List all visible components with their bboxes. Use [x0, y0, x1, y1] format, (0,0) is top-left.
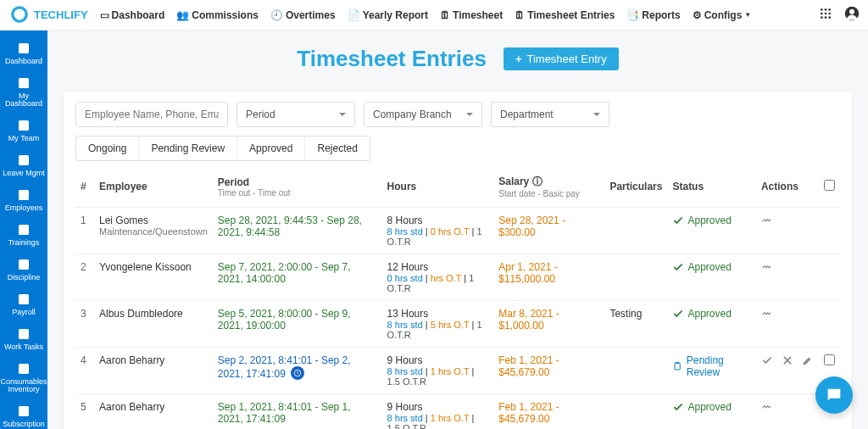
- approve-action[interactable]: [761, 354, 773, 369]
- particulars-cell: [604, 348, 667, 394]
- search-input[interactable]: [75, 102, 228, 127]
- actions-cell: [756, 394, 819, 430]
- svg-rect-20: [19, 364, 29, 374]
- employee-cell: Lei GomesMaintenance/Queenstown: [94, 208, 213, 254]
- row-index: 5: [75, 394, 94, 430]
- salary-cell: Feb 1, 2021 - $45,679.00: [493, 394, 604, 430]
- salary-cell: Mar 8, 2021 - $1,000.00: [493, 301, 604, 348]
- actions-cell: [756, 208, 819, 254]
- sidebar-icon: [16, 222, 31, 237]
- sidebar-item-trainings[interactable]: Trainings: [0, 217, 47, 252]
- sidebar-icon: [16, 326, 31, 342]
- svg-rect-25: [676, 362, 679, 364]
- account-icon[interactable]: [844, 6, 860, 24]
- topnav-configs[interactable]: ⚙Configs ▼: [693, 9, 752, 21]
- tab-ongoing[interactable]: Ongoing: [76, 136, 139, 160]
- status-badge: Approved: [672, 261, 731, 273]
- table-row: 5Aaron BeharrySep 1, 2021, 8:41:01 - Sep…: [75, 394, 840, 430]
- status-cell: Approved: [667, 208, 756, 254]
- logo-icon: [8, 4, 31, 26]
- col-status: Status: [667, 166, 756, 208]
- sidebar-item-subscription[interactable]: Subscription: [0, 398, 47, 429]
- svg-rect-14: [19, 155, 29, 165]
- svg-point-6: [821, 16, 823, 19]
- table-row: 1Lei GomesMaintenance/QueenstownSep 28, …: [75, 208, 840, 254]
- svg-rect-13: [19, 120, 29, 131]
- sidebar-icon: [16, 118, 31, 133]
- status-cell: Pending Review: [667, 348, 756, 394]
- sidebar-item-my-team[interactable]: My Team: [0, 113, 47, 148]
- nav-icon: 👥: [176, 9, 189, 21]
- add-button-label: Timesheet Entry: [526, 53, 606, 65]
- sidebar-item-leave-mgmt[interactable]: Leave Mgmt: [0, 148, 47, 182]
- svg-rect-11: [19, 43, 29, 53]
- sidebar: DashboardMy DashboardMy TeamLeave MgmtEm…: [0, 31, 47, 429]
- svg-point-0: [821, 8, 823, 11]
- hours-cell: 9 Hours8 hrs std | 1 hrs O.T | 1.5 O.T.R: [382, 348, 494, 394]
- row-action[interactable]: [761, 401, 773, 415]
- apps-icon[interactable]: [819, 7, 832, 23]
- col-period: PeriodTime out - Time out: [213, 166, 382, 208]
- sidebar-item-work-tasks[interactable]: Work Tasks: [0, 321, 47, 356]
- row-action[interactable]: [761, 308, 773, 322]
- nav-icon: ⚙: [693, 9, 702, 21]
- filter-bar: Period Company Branch Department: [75, 102, 840, 127]
- topnav-timesheet-entries[interactable]: 🗓Timesheet Entries: [515, 9, 615, 21]
- nav-icon: 🗓: [515, 9, 525, 21]
- reject-action[interactable]: [782, 354, 793, 369]
- row-action[interactable]: [761, 261, 773, 276]
- salary-cell: Apr 1, 2021 - $115,000.00: [493, 254, 604, 301]
- period-filter[interactable]: Period: [236, 102, 355, 127]
- nav-icon: 📄: [348, 9, 360, 21]
- timesheet-table: # Employee PeriodTime out - Time out Hou…: [75, 166, 840, 429]
- brand-text: TECHLIFY: [34, 8, 88, 21]
- topnav-overtimes[interactable]: 🕘Overtimes: [270, 9, 336, 21]
- status-cell: Approved: [667, 254, 756, 301]
- row-checkbox[interactable]: [824, 354, 835, 365]
- sidebar-item-payroll[interactable]: Payroll: [0, 287, 47, 321]
- status-cell: Approved: [667, 394, 756, 430]
- chat-fab[interactable]: [815, 376, 853, 414]
- svg-rect-15: [19, 190, 29, 200]
- svg-point-1: [825, 8, 827, 11]
- topnav-yearly-report[interactable]: 📄Yearly Report: [348, 9, 428, 21]
- department-filter[interactable]: Department: [491, 102, 609, 127]
- brand-logo[interactable]: TECHLIFY: [8, 4, 88, 26]
- hours-cell: 13 Hours8 hrs std | 5 hrs O.T | 1 O.T.R: [382, 301, 494, 348]
- row-index: 4: [75, 348, 94, 394]
- col-salary: Salary ⓘStart date - Basic pay: [493, 166, 604, 208]
- table-row: 4Aaron BeharrySep 2, 2021, 8:41:01 - Sep…: [75, 348, 840, 394]
- edit-action[interactable]: [802, 354, 814, 369]
- period-cell: Sep 7, 2021, 2:00:00 - Sep 7, 2021, 14:0…: [213, 254, 382, 301]
- svg-rect-18: [19, 294, 29, 304]
- tab-approved[interactable]: Approved: [237, 136, 305, 160]
- svg-rect-24: [676, 363, 681, 370]
- tab-rejected[interactable]: Rejected: [305, 136, 369, 160]
- topnav-reports[interactable]: 📑Reports: [626, 9, 680, 21]
- hours-cell: 9 Hours8 hrs std | 1 hrs O.T | 1.5 O.T.R: [382, 394, 494, 430]
- topnav-timesheet[interactable]: 🗓Timesheet: [440, 9, 503, 21]
- branch-filter[interactable]: Company Branch: [364, 102, 482, 127]
- sidebar-item-my-dashboard[interactable]: My Dashboard: [0, 70, 47, 113]
- svg-rect-21: [19, 406, 29, 416]
- nav-icon: ▭: [100, 9, 109, 21]
- col-particulars: Particulars: [604, 166, 667, 208]
- particulars-cell: [604, 254, 667, 301]
- sidebar-icon: [16, 75, 31, 91]
- status-badge: Approved: [672, 214, 731, 226]
- sidebar-item-discipline[interactable]: Discipline: [0, 252, 47, 287]
- sidebar-item-dashboard[interactable]: Dashboard: [0, 36, 47, 70]
- select-all-checkbox[interactable]: [824, 180, 835, 191]
- tab-pending-review[interactable]: Pending Review: [139, 136, 237, 160]
- sidebar-item-employees[interactable]: Employees: [0, 182, 47, 217]
- particulars-cell: [604, 208, 667, 254]
- actions-cell: [756, 301, 819, 348]
- sidebar-icon: [16, 404, 31, 419]
- add-timesheet-entry-button[interactable]: + Timesheet Entry: [504, 47, 619, 70]
- sidebar-item-consumables-inventory[interactable]: Consumables Inventory: [0, 356, 47, 398]
- sidebar-icon: [16, 153, 31, 168]
- topnav-dashboard[interactable]: ▭Dashboard: [100, 9, 165, 21]
- info-icon[interactable]: ⓘ: [532, 176, 542, 187]
- topnav-commissions[interactable]: 👥Commissions: [176, 9, 259, 21]
- row-action[interactable]: [761, 214, 773, 229]
